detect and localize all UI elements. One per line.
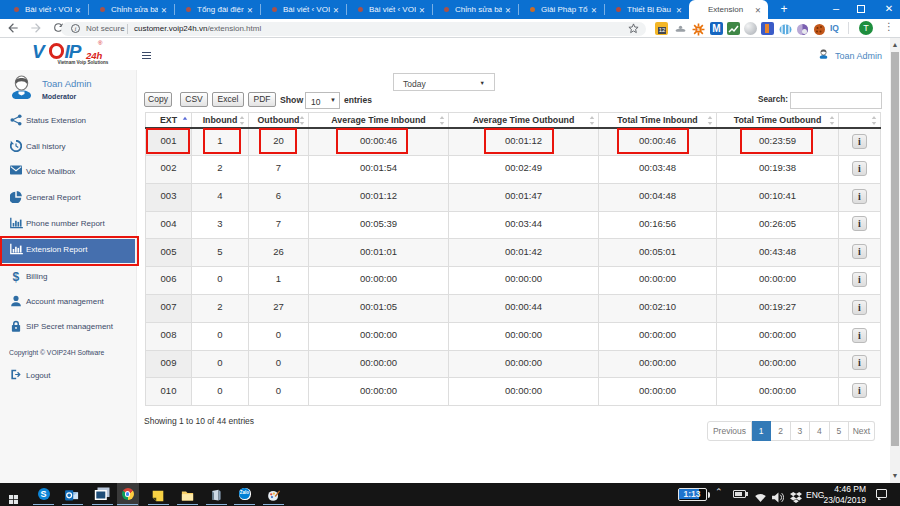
svg-text:$: $ — [13, 270, 20, 283]
svg-text:S: S — [697, 27, 700, 32]
